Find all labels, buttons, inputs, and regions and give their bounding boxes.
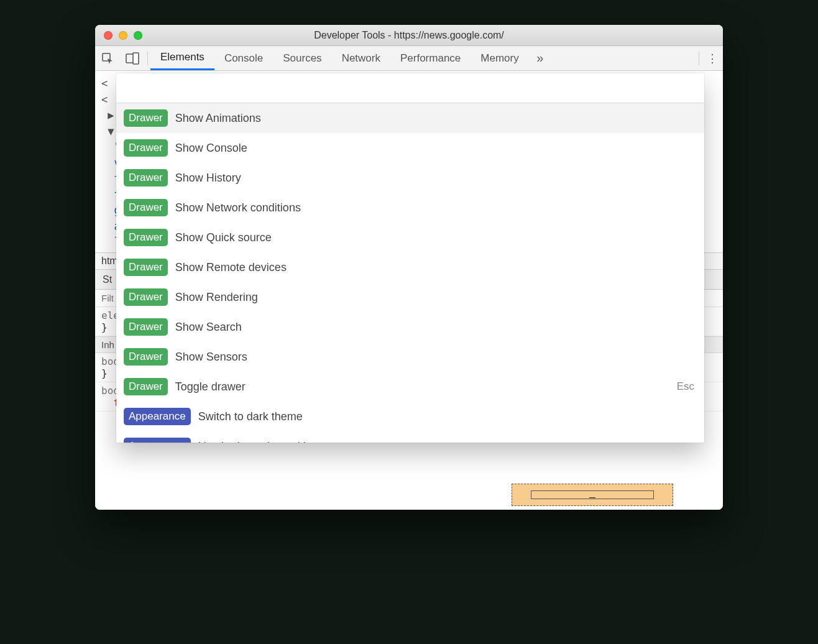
command-palette-item[interactable]: DrawerShow Search: [116, 312, 704, 342]
command-category-badge: Drawer: [124, 139, 168, 157]
box-model-value: –: [589, 490, 595, 504]
window-titlebar: Developer Tools - https://news.google.co…: [95, 25, 723, 46]
tab-network[interactable]: Network: [332, 46, 390, 70]
tab-console[interactable]: Console: [214, 46, 273, 70]
command-palette-item[interactable]: DrawerShow History: [116, 163, 704, 193]
command-palette-item[interactable]: DrawerShow Quick source: [116, 223, 704, 252]
settings-menu-icon[interactable]: ⋮: [702, 52, 723, 65]
main-panel: < < ▶ ▼ " v t t g a l html St Filt ele }: [95, 71, 723, 510]
command-palette-item[interactable]: DrawerShow Sensors: [116, 342, 704, 372]
command-palette-item[interactable]: DrawerToggle drawerEsc: [116, 372, 704, 402]
command-palette-list: DrawerShow AnimationsDrawerShow ConsoleD…: [116, 103, 704, 443]
command-label: Use horizontal panel layout: [198, 440, 333, 443]
command-category-badge: Drawer: [124, 259, 168, 276]
command-category-badge: Drawer: [124, 348, 168, 366]
command-category-badge: Drawer: [124, 169, 168, 186]
command-label: Switch to dark theme: [198, 410, 303, 423]
command-palette-item[interactable]: DrawerShow Console: [116, 133, 704, 163]
command-shortcut: Esc: [677, 380, 694, 393]
command-label: Show Console: [175, 142, 247, 155]
command-label: Show Remote devices: [175, 261, 287, 274]
css-brace: }: [101, 321, 108, 333]
command-label: Show Network conditions: [175, 201, 301, 214]
tab-sources[interactable]: Sources: [273, 46, 331, 70]
tab-elements[interactable]: Elements: [150, 46, 214, 70]
more-tabs-icon[interactable]: »: [529, 51, 551, 65]
command-palette-item[interactable]: DrawerShow Remote devices: [116, 252, 704, 282]
toolbar-divider: [147, 52, 148, 65]
devtools-toolbar: Elements Console Sources Network Perform…: [95, 46, 723, 71]
command-palette-item[interactable]: DrawerShow Animations: [116, 103, 704, 133]
command-palette-item[interactable]: DrawerShow Rendering: [116, 282, 704, 312]
command-palette-item[interactable]: AppearanceUse horizontal panel layout: [116, 431, 704, 443]
command-label: Show Search: [175, 321, 242, 334]
minimize-window-button[interactable]: [119, 31, 127, 40]
devtools-tabs: Elements Console Sources Network Perform…: [150, 46, 529, 70]
svg-rect-2: [133, 53, 139, 64]
css-brace: }: [101, 367, 108, 379]
command-label: Toggle drawer: [175, 380, 246, 393]
maximize-window-button[interactable]: [134, 31, 142, 40]
command-category-badge: Drawer: [124, 199, 168, 216]
tab-memory[interactable]: Memory: [471, 46, 528, 70]
toolbar-divider: [699, 52, 699, 65]
inspect-element-icon[interactable]: [95, 46, 120, 70]
command-category-badge: Drawer: [124, 288, 168, 306]
command-category-badge: Drawer: [124, 229, 168, 246]
device-toolbar-icon[interactable]: [120, 46, 145, 70]
command-label: Show Quick source: [175, 231, 272, 244]
window-title: Developer Tools - https://news.google.co…: [95, 30, 723, 41]
devtools-window: Developer Tools - https://news.google.co…: [95, 25, 723, 510]
close-window-button[interactable]: [104, 31, 113, 40]
command-palette-item[interactable]: DrawerShow Network conditions: [116, 193, 704, 223]
command-category-badge: Drawer: [124, 109, 168, 127]
command-category-badge: Drawer: [124, 318, 168, 336]
command-palette-input[interactable]: [125, 81, 696, 94]
box-model-margin[interactable]: –: [512, 484, 673, 506]
command-palette: DrawerShow AnimationsDrawerShow ConsoleD…: [116, 73, 704, 443]
command-category-badge: Drawer: [124, 378, 168, 395]
traffic-lights: [95, 31, 142, 40]
command-label: Show Rendering: [175, 291, 258, 304]
command-category-badge: Appearance: [124, 408, 191, 425]
command-palette-input-row: [116, 73, 704, 103]
command-palette-item[interactable]: AppearanceSwitch to dark theme: [116, 402, 704, 431]
command-category-badge: Appearance: [124, 438, 191, 443]
command-label: Show Animations: [175, 112, 261, 125]
tab-performance[interactable]: Performance: [390, 46, 471, 70]
command-label: Show History: [175, 172, 241, 185]
command-label: Show Sensors: [175, 351, 247, 364]
